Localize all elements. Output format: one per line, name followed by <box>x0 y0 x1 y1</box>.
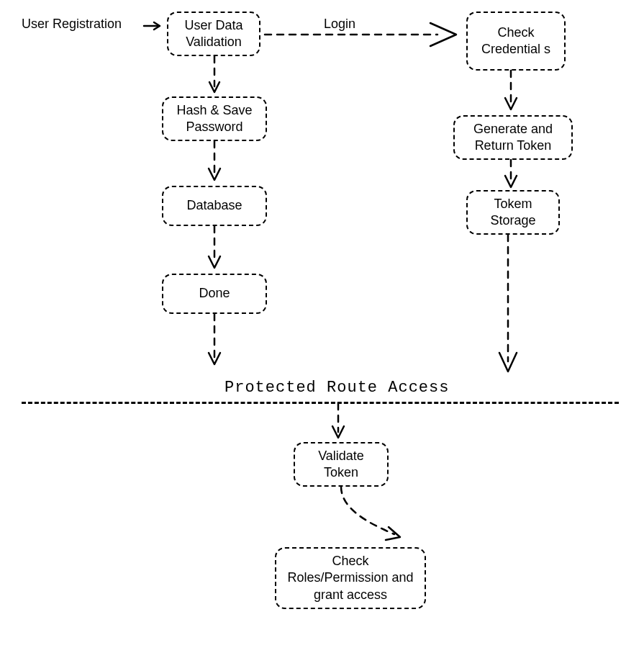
node-generate-return-token: Generate and Return Token <box>453 115 573 160</box>
arrow-down-long-icon <box>496 235 525 379</box>
node-done: Done <box>162 274 267 314</box>
node-validate-token: Validate Token <box>294 442 389 487</box>
node-database: Database <box>162 186 267 226</box>
arrow-down-icon <box>207 56 225 96</box>
arrow-down-icon <box>331 403 348 443</box>
arrow-curve-icon <box>338 487 425 551</box>
arrow-down-icon <box>504 71 521 115</box>
arrow-down-icon <box>504 160 521 192</box>
node-check-credentials: Check Credential s <box>466 12 566 71</box>
arrow-entry-icon <box>144 22 165 30</box>
node-hash-save-password: Hash & Save Password <box>162 96 267 141</box>
arrow-down-icon <box>207 141 225 186</box>
node-user-data-validation: User Data Validation <box>167 12 260 56</box>
arrow-login-icon <box>265 26 466 55</box>
arrow-down-icon <box>207 226 225 274</box>
arrow-down-icon <box>207 314 225 371</box>
node-token-storage: Tokem Storage <box>466 190 560 235</box>
section-title-protected-route-access: Protected Route Access <box>225 379 449 397</box>
diagram-canvas: User Registration User Data Validation H… <box>0 0 644 653</box>
section-divider <box>22 402 619 404</box>
label-user-registration: User Registration <box>22 16 122 32</box>
node-check-roles: Check Roles/Permission and grant access <box>275 547 426 609</box>
